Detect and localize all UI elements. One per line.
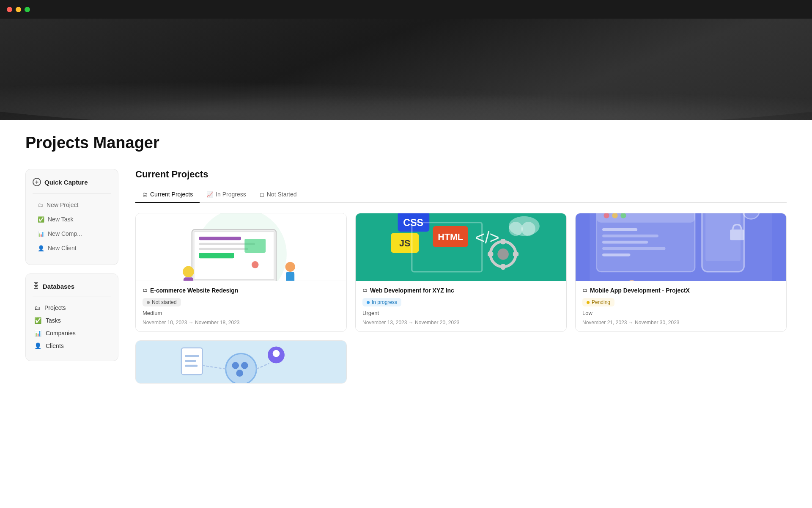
tabs-bar: 🗂 Current Projects 📈 In Progress ◻ Not S… xyxy=(135,187,787,203)
svg-rect-57 xyxy=(185,355,199,357)
projects-folder-icon: 🗂 xyxy=(34,304,40,311)
status-badge-webdev: In progress xyxy=(362,298,401,306)
svg-rect-59 xyxy=(185,365,198,367)
card-folder-icon-1: 🗂 xyxy=(143,287,148,293)
card-thumbnail-webdev: CSS HTML JS </> xyxy=(356,213,566,281)
databases-label: Databases xyxy=(43,283,74,290)
svg-rect-41 xyxy=(602,241,648,244)
card-body-mobile: 🗂 Mobile App Development - ProjectX Pend… xyxy=(576,281,786,331)
svg-point-53 xyxy=(236,370,243,377)
svg-text:HTML: HTML xyxy=(438,232,463,242)
ecommerce-illustration xyxy=(136,213,346,281)
tab-chart-icon: 📈 xyxy=(206,191,213,198)
card-project-name-ecommerce: 🗂 E-commerce Website Redesign xyxy=(143,287,340,294)
tab-in-progress-label: In Progress xyxy=(216,191,246,198)
card-tags-webdev: In progress xyxy=(362,298,560,306)
tab-not-started[interactable]: ◻ Not Started xyxy=(253,187,304,203)
card-tags-mobile: Pending xyxy=(582,298,779,306)
tasks-check-icon: ✅ xyxy=(34,317,41,324)
svg-point-50 xyxy=(225,353,256,383)
project-card-ecommerce[interactable]: 🗂 E-commerce Website Redesign Not starte… xyxy=(135,213,347,332)
svg-rect-35 xyxy=(597,213,695,223)
mobile-illustration xyxy=(576,213,786,281)
svg-rect-42 xyxy=(602,247,665,250)
database-icon: 🗄 xyxy=(33,282,39,290)
project-card-webdev[interactable]: CSS HTML JS </> xyxy=(355,213,567,332)
svg-rect-23 xyxy=(501,264,505,270)
quick-capture-card: + Quick Capture 🗂 New Project ✅ New Task… xyxy=(25,169,118,265)
svg-point-28 xyxy=(509,222,523,236)
page-title: Projects Manager xyxy=(25,134,787,152)
cards-grid: 🗂 E-commerce Website Redesign Not starte… xyxy=(135,213,787,384)
card-folder-icon-2: 🗂 xyxy=(362,287,368,293)
tab-in-progress[interactable]: 📈 In Progress xyxy=(200,187,253,203)
company-icon: 📊 xyxy=(38,231,44,237)
svg-point-12 xyxy=(252,261,259,268)
projects-area: Current Projects 🗂 Current Projects 📈 In… xyxy=(135,169,787,384)
databases-divider xyxy=(33,296,111,296)
new-company-label: New Comp... xyxy=(48,230,82,237)
tab-current-projects[interactable]: 🗂 Current Projects xyxy=(135,187,200,203)
card-priority-ecommerce: Medium xyxy=(143,310,340,316)
status-dot xyxy=(367,301,370,304)
svg-rect-3 xyxy=(199,237,241,240)
hero-banner xyxy=(0,19,812,120)
webdev-illustration: CSS HTML JS </> xyxy=(356,213,566,281)
companies-chart-icon: 📊 xyxy=(34,330,41,337)
db-tasks-label: Tasks xyxy=(46,317,61,324)
status-badge-mobile: Pending xyxy=(582,298,614,306)
svg-rect-11 xyxy=(244,239,266,253)
tab-current-projects-label: Current Projects xyxy=(150,191,193,198)
card-body-webdev: 🗂 Web Development for XYZ Inc In progres… xyxy=(356,281,566,331)
svg-line-60 xyxy=(203,365,226,369)
minimize-button[interactable] xyxy=(16,7,21,12)
hero-wave xyxy=(0,69,812,120)
sidebar-item-projects[interactable]: 🗂 Projects xyxy=(33,301,111,314)
project-card-fourth[interactable] xyxy=(135,340,347,384)
card-dates-mobile: November 21, 2023 → November 30, 2023 xyxy=(582,320,779,326)
svg-rect-6 xyxy=(199,253,234,258)
sidebar-item-companies[interactable]: 📊 Companies xyxy=(33,327,111,340)
status-badge-ecommerce: Not started xyxy=(143,298,181,306)
main-content: + Quick Capture 🗂 New Project ✅ New Task… xyxy=(0,152,812,400)
svg-point-52 xyxy=(241,362,248,369)
quick-capture-title: Quick Capture xyxy=(44,179,88,186)
card-project-name-webdev: 🗂 Web Development for XYZ Inc xyxy=(362,287,560,294)
plus-icon[interactable]: + xyxy=(33,178,41,186)
maximize-button[interactable] xyxy=(25,7,30,12)
svg-rect-10 xyxy=(286,272,294,281)
card-project-name-mobile: 🗂 Mobile App Development - ProjectX xyxy=(582,287,779,294)
card-thumbnail-ecommerce xyxy=(136,213,346,281)
card-priority-webdev: Urgent xyxy=(362,310,560,316)
new-client-button[interactable]: 👤 New Client xyxy=(33,242,111,254)
sidebar-item-tasks[interactable]: ✅ Tasks xyxy=(33,314,111,327)
svg-point-7 xyxy=(183,266,194,277)
status-dot xyxy=(147,301,150,304)
new-company-button[interactable]: 📊 New Comp... xyxy=(33,227,111,240)
tab-not-started-label: Not Started xyxy=(267,191,297,198)
new-task-button[interactable]: ✅ New Task xyxy=(33,213,111,226)
svg-point-51 xyxy=(232,362,239,369)
svg-rect-22 xyxy=(501,239,505,244)
new-task-label: New Task xyxy=(48,216,73,223)
quick-capture-divider xyxy=(33,193,111,193)
new-project-button[interactable]: 🗂 New Project xyxy=(33,199,111,211)
project-card-mobile[interactable]: 🗂 Mobile App Development - ProjectX Pend… xyxy=(575,213,787,332)
card-body-ecommerce: 🗂 E-commerce Website Redesign Not starte… xyxy=(136,281,346,331)
sidebar-item-clients[interactable]: 👤 Clients xyxy=(33,340,111,352)
db-clients-label: Clients xyxy=(46,342,64,349)
close-button[interactable] xyxy=(7,7,12,12)
svg-rect-5 xyxy=(199,248,248,250)
svg-point-9 xyxy=(285,262,295,271)
tab-folder-icon: 🗂 xyxy=(142,191,148,198)
svg-text:JS: JS xyxy=(399,238,410,248)
card-priority-mobile: Low xyxy=(582,310,779,316)
svg-rect-58 xyxy=(185,360,196,362)
databases-card: 🗄 Databases 🗂 Projects ✅ Tasks 📊 Compani… xyxy=(25,273,118,361)
check-icon: ✅ xyxy=(38,216,44,223)
svg-point-29 xyxy=(521,222,535,236)
folder-icon: 🗂 xyxy=(38,202,43,208)
svg-point-55 xyxy=(273,350,280,357)
svg-rect-39 xyxy=(602,228,637,231)
quick-capture-header: + Quick Capture xyxy=(33,178,111,186)
